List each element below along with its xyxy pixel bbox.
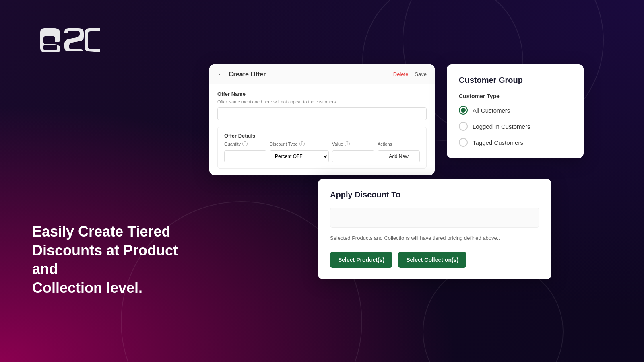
card-body: Offer Name Offer Name mentioned here wil… [209,84,435,175]
apply-discount-search-area [330,208,539,228]
tagged-customers-label: Tagged Customers [473,139,523,146]
logged-in-customers-label: Logged In Customers [473,123,530,130]
logo [32,24,113,56]
actions-header: Actions [378,141,420,146]
offer-details-label: Offer Details [224,133,420,139]
customer-group-card: Customer Group Customer Type All Custome… [447,64,584,158]
select-collections-button[interactable]: Select Collection(s) [398,252,466,268]
create-offer-card: ← Create Offer Delete Save Offer Name Of… [209,64,435,175]
offer-details-section: Offer Details Quantity i Discount Type i… [217,127,427,169]
discount-type-select[interactable]: Percent OFF [270,150,329,162]
logo-area [32,24,113,58]
card-header: ← Create Offer Delete Save [209,64,435,84]
customer-group-title: Customer Group [459,76,572,85]
offer-name-input[interactable] [217,107,427,120]
tagged-customers-option[interactable]: Tagged Customers [459,138,572,147]
tagline-text: Easily Create TieredDiscounts at Product… [32,223,178,296]
table-row: Percent OFF Add New [224,150,420,162]
logged-in-customers-option[interactable]: Logged In Customers [459,122,572,131]
tagged-customers-radio[interactable] [459,138,468,147]
all-customers-radio[interactable] [459,106,468,115]
card-header-left: ← Create Offer [217,70,266,78]
apply-discount-title: Apply Discount To [330,190,539,200]
table-headers: Quantity i Discount Type i Value i Actio… [224,141,420,146]
offer-name-sublabel: Offer Name mentioned here will not appea… [217,99,427,104]
add-new-button[interactable]: Add New [378,150,420,162]
offer-name-label: Offer Name [217,91,427,97]
discount-type-header: Discount Type i [270,141,329,146]
customer-type-radio-group: All Customers Logged In Customers Tagged… [459,106,572,147]
create-offer-title: Create Offer [229,71,266,78]
all-customers-option[interactable]: All Customers [459,106,572,115]
quantity-header: Quantity i [224,141,266,146]
card-header-actions: Delete Save [393,71,427,77]
back-arrow-icon[interactable]: ← [217,70,225,78]
save-button[interactable]: Save [415,71,427,77]
select-products-button[interactable]: Select Product(s) [330,252,392,268]
apply-discount-buttons: Select Product(s) Select Collection(s) [330,252,539,268]
apply-discount-card: Apply Discount To Selected Products and … [318,179,551,279]
logged-in-customers-radio[interactable] [459,122,468,131]
all-customers-label: All Customers [473,107,510,114]
value-header: Value i [332,141,374,146]
tagline: Easily Create TieredDiscounts at Product… [32,222,201,298]
quantity-input[interactable] [224,150,266,162]
apply-discount-description: Selected Products and Collections will h… [330,234,539,242]
value-input[interactable] [332,150,374,162]
quantity-info-icon[interactable]: i [242,141,248,146]
delete-button[interactable]: Delete [393,71,409,77]
customer-type-subtitle: Customer Type [459,93,572,99]
offer-name-section: Offer Name Offer Name mentioned here wil… [217,91,427,120]
discount-type-info-icon[interactable]: i [299,141,305,146]
value-info-icon[interactable]: i [345,141,350,146]
